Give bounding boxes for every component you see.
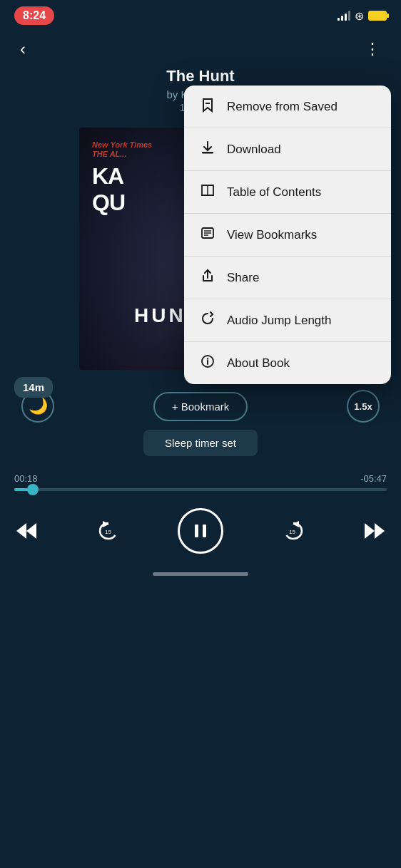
progress-current: 00:18 bbox=[14, 473, 38, 484]
status-time: 8:24 bbox=[14, 6, 54, 25]
rewind-button[interactable]: 15 bbox=[96, 519, 121, 543]
home-indicator bbox=[153, 572, 248, 576]
svg-rect-9 bbox=[203, 525, 206, 537]
speed-button[interactable]: 1.5x bbox=[347, 390, 380, 423]
menu-item-view-bookmarks[interactable]: View Bookmarks bbox=[184, 214, 391, 257]
skip-back-button[interactable] bbox=[14, 519, 39, 543]
menu-label-download: Download bbox=[227, 143, 281, 157]
controls-row: 🌙 + Bookmark 1.5x bbox=[21, 390, 380, 423]
menu-item-remove-from-saved[interactable]: Remove from Saved bbox=[184, 86, 391, 128]
svg-marker-4 bbox=[16, 523, 26, 539]
sleep-timer-badge: 14m bbox=[14, 377, 53, 398]
menu-item-share[interactable]: Share bbox=[184, 257, 391, 299]
svg-marker-12 bbox=[365, 523, 375, 539]
battery-icon bbox=[368, 11, 387, 21]
svg-marker-10 bbox=[293, 521, 299, 527]
bookmark-remove-icon bbox=[198, 97, 217, 116]
controls-area: 🌙 + Bookmark 1.5x Sleep timer set bbox=[0, 376, 401, 473]
sleep-timer-label: Sleep timer set bbox=[143, 430, 258, 456]
menu-label-remove-from-saved: Remove from Saved bbox=[227, 100, 337, 114]
svg-point-23 bbox=[207, 358, 208, 359]
status-bar: 8:24 ⊛ bbox=[0, 0, 401, 31]
info-icon bbox=[198, 353, 217, 373]
list-icon bbox=[198, 225, 217, 244]
book-open-icon bbox=[198, 182, 217, 202]
svg-marker-5 bbox=[26, 523, 36, 539]
svg-marker-6 bbox=[103, 521, 109, 527]
progress-times: 00:18 -05:47 bbox=[14, 473, 387, 484]
download-icon bbox=[198, 140, 217, 159]
menu-item-about-book[interactable]: About Book bbox=[184, 342, 391, 384]
book-title: The Hunt bbox=[14, 67, 387, 86]
svg-rect-8 bbox=[195, 525, 198, 537]
menu-label-about-book: About Book bbox=[227, 356, 290, 371]
header-nav: ‹ ⋮ bbox=[0, 31, 401, 67]
svg-text:15: 15 bbox=[289, 529, 295, 535]
menu-label-view-bookmarks: View Bookmarks bbox=[227, 228, 317, 242]
bookmark-button[interactable]: + Bookmark bbox=[153, 392, 248, 421]
playback-controls: 15 15 bbox=[0, 498, 401, 564]
svg-marker-13 bbox=[375, 523, 385, 539]
status-icons: ⊛ bbox=[337, 9, 387, 23]
menu-item-audio-jump-length[interactable]: Audio Jump Length bbox=[184, 299, 391, 342]
share-icon bbox=[198, 268, 217, 287]
progress-thumb bbox=[27, 484, 39, 495]
more-button[interactable]: ⋮ bbox=[358, 35, 387, 63]
svg-rect-15 bbox=[202, 152, 213, 154]
cover-tag: New York TimesTHE AL... bbox=[92, 140, 152, 159]
pause-button[interactable] bbox=[178, 508, 223, 554]
svg-text:15: 15 bbox=[105, 529, 111, 535]
menu-label-share: Share bbox=[227, 271, 259, 285]
skip-forward-button[interactable] bbox=[362, 519, 387, 543]
progress-remaining: -05:47 bbox=[360, 473, 387, 484]
wifi-icon: ⊛ bbox=[355, 9, 364, 23]
dropdown-menu: Remove from Saved Download Table of Cont… bbox=[184, 86, 391, 384]
menu-label-table-of-contents: Table of Contents bbox=[227, 185, 321, 200]
menu-item-download[interactable]: Download bbox=[184, 128, 391, 171]
forward-button[interactable]: 15 bbox=[281, 519, 305, 543]
progress-bar[interactable] bbox=[14, 488, 387, 491]
audio-jump-icon bbox=[198, 311, 217, 330]
progress-area: 00:18 -05:47 bbox=[0, 473, 401, 491]
back-button[interactable]: ‹ bbox=[14, 33, 31, 65]
signal-icon bbox=[337, 11, 350, 21]
menu-item-table-of-contents[interactable]: Table of Contents bbox=[184, 171, 391, 214]
cover-author-initials: KAQU bbox=[92, 163, 125, 216]
menu-label-audio-jump-length: Audio Jump Length bbox=[227, 314, 332, 328]
